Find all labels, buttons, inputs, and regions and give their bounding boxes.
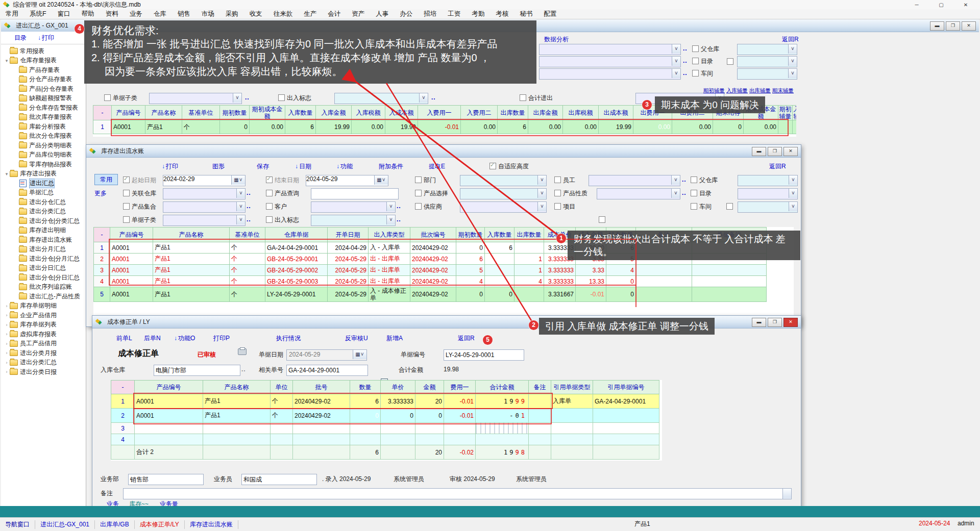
cell[interactable] (203, 445, 271, 460)
win2-enddate-filter[interactable]: 结束日期 (266, 176, 299, 185)
checkbox-icon[interactable] (692, 58, 699, 64)
more-dots-link[interactable]: .. (247, 216, 251, 223)
sidebar-print-link[interactable]: ↓打印 (38, 34, 54, 42)
win2-product-nature-dropdown[interactable] (597, 188, 680, 199)
cell[interactable]: 0 (606, 276, 636, 287)
cell[interactable]: 3.333333 (544, 265, 576, 276)
warehouse-input[interactable]: 电脑门市部 (154, 365, 240, 376)
cell[interactable]: 20240429-02 (410, 242, 456, 254)
tree-item[interactable]: ›进出分类汇总 (1, 358, 86, 368)
column-header[interactable]: 单价 (381, 381, 415, 394)
cell[interactable] (529, 409, 551, 423)
win2-conditions-link[interactable]: 附加条件 (379, 162, 403, 171)
cell[interactable]: 产品1 (203, 409, 271, 423)
win1-filter-dropdown[interactable] (539, 56, 681, 67)
win3-return-link[interactable]: 返回R (458, 334, 475, 343)
cell[interactable]: 1 (111, 394, 135, 409)
win2-product-set-dropdown[interactable] (163, 201, 246, 213)
win2-catalog-filter[interactable]: 目录 (691, 189, 712, 198)
column-header[interactable]: 批次编号 (410, 227, 456, 242)
menu-item[interactable]: 配置 (538, 9, 562, 19)
tree-item[interactable]: 进出分月汇总 (1, 245, 86, 255)
cell[interactable]: 出 - 出库单 (369, 254, 410, 265)
tree-item[interactable]: 进出汇总 (1, 179, 86, 188)
tree-item[interactable]: ›进出分类日报 (1, 367, 86, 377)
aux-column-header[interactable]: 期末辅量 (772, 87, 794, 94)
cell[interactable] (793, 120, 797, 134)
cell[interactable]: -0.01 (444, 409, 476, 423)
tree-item[interactable]: 进出分仓|分日汇总 (1, 273, 86, 283)
column-header[interactable]: 单位 (271, 381, 293, 394)
column-header[interactable]: 引用单据编号 (593, 381, 659, 394)
cell[interactable]: 0.00 (461, 120, 498, 134)
cell[interactable]: 出 - 出库单 (369, 276, 410, 287)
win2-catalog-dropdown[interactable] (738, 188, 798, 199)
win2-enddate-input[interactable]: 2024-05-29 (306, 175, 388, 186)
checkbox-checked-icon[interactable] (123, 176, 130, 183)
cell[interactable]: 0 (606, 287, 636, 302)
column-header[interactable]: - (111, 381, 135, 394)
column-header[interactable]: 出成本额 (599, 106, 633, 120)
win1-ioflag-filter[interactable]: 出入标志 (278, 94, 311, 103)
column-header[interactable]: 入库辅量 (793, 106, 797, 120)
win2-employee-dropdown[interactable] (589, 175, 680, 186)
more-dots-link[interactable]: .. (683, 45, 688, 52)
cell[interactable]: -0.01 (418, 120, 461, 134)
win2-product-query-filter[interactable]: 产品查询 (266, 189, 299, 198)
column-header[interactable]: 入库数量 (285, 106, 316, 120)
tree-item[interactable]: 常用报表 (1, 46, 86, 56)
checkbox-icon[interactable] (599, 216, 605, 223)
cell[interactable]: 20 (415, 445, 444, 460)
cell[interactable]: 0 (350, 409, 381, 423)
cell[interactable] (551, 445, 593, 460)
checkbox-icon[interactable] (415, 190, 422, 196)
win3-new-link[interactable]: 新增A (386, 334, 403, 343)
column-header[interactable]: 费用一 (444, 381, 476, 394)
menu-item[interactable]: 办公 (394, 9, 418, 19)
cell[interactable]: 4 (94, 276, 110, 287)
cell[interactable]: 0 (220, 120, 250, 134)
cell[interactable]: 个 (182, 120, 220, 134)
column-header[interactable]: 金额 (415, 381, 444, 394)
cell[interactable]: 1998 (476, 445, 529, 460)
cell[interactable]: 6 (350, 445, 381, 460)
cell[interactable] (293, 445, 350, 460)
win2-product-nature-filter[interactable]: 产品性质 (554, 189, 587, 198)
cell[interactable]: 3.33 (576, 265, 606, 276)
cell[interactable]: 20240429-02 (293, 409, 350, 423)
tree-item[interactable]: 产品库位明细表 (1, 150, 86, 160)
column-header[interactable]: 入费用一 (418, 106, 461, 120)
cell[interactable]: 0 (381, 409, 415, 423)
win1-return-link[interactable]: 返回R (782, 35, 799, 44)
cell[interactable]: 2024-05-29 (328, 276, 369, 287)
more-dots-link[interactable]: .. (247, 203, 251, 210)
checkbox-icon[interactable] (266, 216, 273, 223)
cell[interactable]: 2024-05-29 (328, 265, 369, 276)
cell[interactable]: 3 (94, 265, 110, 276)
cell[interactable]: 个 (230, 265, 265, 276)
tree-item[interactable]: ▾仓库存量报表 (1, 56, 86, 66)
win2-subtype-dropdown[interactable] (163, 215, 246, 226)
cell[interactable]: 2024-04-29 (328, 242, 369, 254)
menu-item[interactable]: 会计 (322, 9, 346, 19)
tree-expand-icon[interactable]: ▾ (4, 58, 9, 63)
column-header[interactable]: 合计金额 (476, 381, 529, 394)
tree-expand-icon[interactable]: › (4, 350, 9, 356)
tree-item[interactable]: ▾库存进出报表 (1, 169, 86, 179)
cell[interactable]: 0.00 (563, 120, 599, 134)
tree-item[interactable]: ›企业产品借用 (1, 311, 86, 320)
checkbox-icon[interactable] (123, 190, 130, 196)
win3-next-link[interactable]: 后单N (144, 334, 161, 343)
checkbox-icon[interactable] (554, 190, 561, 196)
tree-item[interactable]: 单据汇总 (1, 188, 86, 198)
win2-minimize-button[interactable]: ▬ (752, 147, 766, 156)
cell[interactable]: 产品1 (203, 394, 271, 409)
cell[interactable]: 2024-05-29 (328, 287, 369, 302)
column-header[interactable]: 产品编号 (112, 106, 145, 120)
cell[interactable]: 20240429-02 (410, 276, 456, 287)
checkbox-icon[interactable] (266, 203, 273, 210)
cell[interactable] (485, 254, 514, 265)
cell[interactable]: 产品1 (153, 276, 230, 287)
column-header[interactable]: 产品编号 (110, 227, 153, 242)
win1-close-button[interactable]: ✕ (962, 21, 976, 31)
